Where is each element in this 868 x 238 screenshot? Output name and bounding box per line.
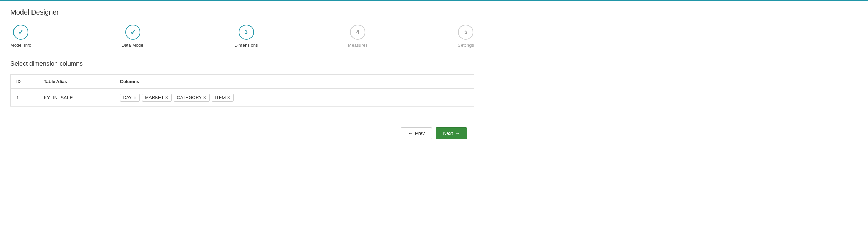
tag-remove-icon[interactable]: ✕ [133, 96, 137, 100]
step-circle-3: 3 [239, 25, 254, 40]
col-header-alias: Table Alias [38, 75, 115, 89]
tag-label: CATEGORY [177, 95, 202, 100]
prev-button[interactable]: ← Prev [401, 127, 432, 139]
page-title: Model Designer [10, 8, 474, 16]
cell-alias: KYLIN_SALE [38, 89, 115, 107]
tag-remove-icon[interactable]: ✕ [227, 96, 230, 100]
step-number-4: 4 [356, 29, 359, 35]
prev-button-label: Prev [415, 131, 425, 136]
step-number-5: 5 [464, 29, 467, 35]
step-label-3: Dimensions [235, 43, 258, 48]
column-tag: CATEGORY✕ [174, 94, 210, 102]
step-label-4: Measures [348, 43, 368, 48]
step-data-model: ✓ Data Model [121, 25, 144, 48]
prev-arrow-icon: ← [408, 131, 413, 136]
column-tag: DAY✕ [120, 94, 140, 102]
step-number-3: 3 [245, 29, 248, 35]
next-button[interactable]: Next → [436, 127, 467, 139]
tag-label: DAY [123, 95, 132, 100]
connector-4 [368, 32, 458, 32]
column-tag: ITEM✕ [212, 94, 234, 102]
col-header-columns: Columns [115, 75, 474, 89]
table-row: 1KYLIN_SALEDAY✕MARKET✕CATEGORY✕ITEM✕ [11, 89, 474, 107]
step-settings: 5 Settings [458, 25, 474, 48]
connector-1 [31, 32, 121, 32]
bottom-actions: ← Prev Next → [10, 127, 474, 139]
column-tag: MARKET✕ [142, 94, 172, 102]
step-dimensions: 3 Dimensions [235, 25, 258, 48]
tag-label: ITEM [215, 95, 226, 100]
tag-remove-icon[interactable]: ✕ [165, 96, 168, 100]
checkmark-icon-2: ✓ [130, 28, 136, 36]
step-measures: 4 Measures [348, 25, 368, 48]
cell-columns: DAY✕MARKET✕CATEGORY✕ITEM✕ [115, 89, 474, 107]
step-circle-5: 5 [458, 25, 473, 40]
next-arrow-icon: → [455, 131, 460, 136]
stepper: ✓ Model Info ✓ Data Model 3 Dimensions 4 [10, 25, 474, 48]
step-model-info: ✓ Model Info [10, 25, 31, 48]
connector-2 [144, 32, 234, 32]
next-button-label: Next [443, 131, 453, 136]
step-circle-1: ✓ [13, 25, 28, 40]
section-title: Select dimension columns [10, 60, 474, 68]
step-label-5: Settings [458, 43, 474, 48]
cell-id: 1 [11, 89, 38, 107]
tags-cell: DAY✕MARKET✕CATEGORY✕ITEM✕ [120, 94, 468, 102]
step-label-2: Data Model [121, 43, 144, 48]
step-circle-2: ✓ [125, 25, 140, 40]
tag-label: MARKET [145, 95, 164, 100]
dimension-table: ID Table Alias Columns 1KYLIN_SALEDAY✕MA… [10, 74, 474, 107]
tag-remove-icon[interactable]: ✕ [203, 96, 207, 100]
step-label-1: Model Info [10, 43, 31, 48]
checkmark-icon-1: ✓ [18, 28, 24, 36]
connector-3 [258, 32, 348, 32]
page-container: Model Designer ✓ Model Info ✓ Data Model… [0, 1, 484, 146]
step-circle-4: 4 [350, 25, 365, 40]
col-header-id: ID [11, 75, 38, 89]
